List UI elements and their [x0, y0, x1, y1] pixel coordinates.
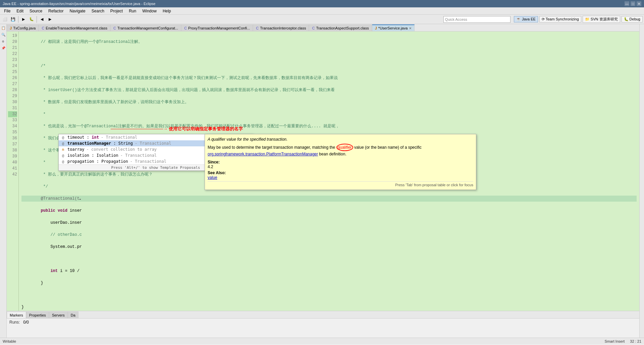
debug-button[interactable]: 🐛 — [28, 16, 35, 23]
ac-icon-annotation-1: @ — [61, 135, 65, 140]
window-controls: — □ ✕ — [625, 1, 641, 6]
perspective-svn[interactable]: 📁 SVN 资源库研究 — [583, 16, 620, 23]
right-scrollbar[interactable] — [639, 24, 644, 338]
javadoc-platform-link[interactable]: org.springframework.transaction.Platform… — [208, 152, 318, 156]
ac-type-isolation: - Transactional — [120, 153, 157, 158]
code-line-37 — [21, 256, 637, 262]
close-button[interactable]: ✕ — [637, 1, 641, 6]
javadoc-description: May be used to determine the target tran… — [208, 144, 473, 157]
javadoc-title: A qualifier value for the specified tran… — [208, 137, 473, 142]
code-line-33: public void inser — [21, 208, 637, 214]
title-bar: Java EE - spring-annotation-liayun/src/m… — [0, 0, 644, 7]
javadoc-qualifier-highlight: qualifier — [336, 144, 353, 151]
bottom-tab-da[interactable]: Da — [68, 312, 78, 318]
tab-label-txmgmtconfig: TransactionManagementConfigurat... — [117, 26, 178, 30]
perspective-javaee[interactable]: ☕ Java EE — [514, 16, 538, 22]
forward-button[interactable]: ▶ — [46, 16, 54, 23]
tab-txaspectsupport[interactable]: C TransactionAspectSupport.class — [309, 24, 372, 31]
run-button[interactable]: ▶ — [20, 16, 27, 23]
menu-window[interactable]: Window — [140, 8, 159, 14]
menu-project[interactable]: Project — [108, 8, 125, 14]
editor-area: J TxConfig.java C EnableTransactionManag… — [7, 24, 639, 338]
code-line-24: * 数据库，但是我们发现数据库里面插入了新的记录，说明我们这个事务没加上。 — [21, 99, 637, 105]
ac-type-toarray: - convert collection to array — [87, 147, 157, 152]
tab-enabletransaction[interactable]: C EnableTransactionManagement.class — [39, 24, 110, 31]
tab-bar: J TxConfig.java C EnableTransactionManag… — [7, 24, 639, 31]
ac-icon-annotation-2: @ — [61, 141, 65, 146]
menu-navigate[interactable]: Navigate — [67, 8, 88, 14]
ac-icon-method: m — [61, 147, 65, 152]
menu-refactor[interactable]: Refactor — [46, 8, 66, 14]
code-line-34: userDao.inser — [21, 220, 637, 226]
runs-value: 0/0 — [23, 320, 29, 325]
javadoc-see-also: See Also: value — [208, 170, 473, 180]
menu-run[interactable]: Run — [126, 8, 139, 14]
javadoc-see-also-label: See Also: — [208, 170, 226, 175]
ac-name-txmanager: transactionManager : String — [67, 141, 133, 146]
quick-access-box[interactable]: Quick Access — [443, 16, 511, 23]
code-line-25: * — [21, 111, 637, 117]
code-line-32: @Transactional(t — [21, 196, 637, 202]
tab-icon-java: J — [10, 26, 12, 30]
menu-edit[interactable]: Edit — [14, 8, 26, 14]
tab-txmgmtconfig[interactable]: C TransactionManagementConfigurat... — [110, 24, 181, 31]
menu-search[interactable]: Search — [89, 8, 107, 14]
status-bar: Writable Smart Insert 32 : 21 — [0, 338, 644, 344]
sidebar-icon-3[interactable]: ⚙ — [1, 39, 6, 44]
bottom-content: Runs: 0/0 — [7, 319, 639, 338]
tab-label-txinterceptor: TransactionInterceptor.class — [260, 26, 306, 30]
quick-access-label: Quick Access — [445, 17, 467, 21]
runs-label: Runs: — [9, 320, 22, 325]
arrow-annotation: ─────────────────→ 使用它可以明确指定事务管理器的名字 — [111, 126, 243, 132]
save-button[interactable]: 💾 — [9, 16, 17, 23]
status-right: Smart Insert 32 : 21 — [604, 339, 641, 343]
menu-file[interactable]: File — [1, 8, 13, 14]
bottom-tab-markers[interactable]: Markers — [7, 312, 26, 318]
main-layout: 📋 🔍 ⚙ 📌 J TxConfig.java C EnableTransact… — [0, 24, 644, 338]
minimize-button[interactable]: — — [625, 1, 629, 6]
tab-txinterceptor[interactable]: C TransactionInterceptor.class — [253, 24, 309, 31]
sidebar-icon-4[interactable]: 📌 — [1, 46, 6, 51]
status-position: 32 : 21 — [630, 339, 641, 343]
menu-bar: File Edit Source Refactor Navigate Searc… — [0, 7, 644, 15]
perspective-debug[interactable]: 🐛 Debug — [622, 16, 643, 22]
tab-proxytxmgmt[interactable]: C ProxyTransactionManagementConfi... — [181, 24, 253, 31]
tab-label-txconfig: TxConfig.java — [13, 26, 36, 30]
sidebar-icon-2[interactable]: 🔍 — [1, 32, 6, 38]
ac-icon-annotation-4: @ — [61, 159, 65, 164]
code-editor[interactable]: 19 20 21 22 23 24 25 26 27 28 29 30 31 3… — [7, 31, 639, 311]
toolbar: ⬜ 💾 ▶ 🐛 ◀ ▶ Quick Access ☕ Java EE ⟳ Tea… — [0, 15, 644, 24]
maximize-button[interactable]: □ — [631, 1, 635, 6]
menu-help[interactable]: Help — [160, 8, 174, 14]
bottom-tabs: Markers Properties Servers Da — [7, 311, 639, 319]
tab-icon-java-active: J — [375, 26, 377, 30]
code-line-21: /* — [21, 63, 637, 69]
code-line-36: System.out.pr — [21, 244, 637, 250]
bottom-tab-servers[interactable]: Servers — [49, 312, 68, 318]
tab-label-txaspectsupport: TransactionAspectSupport.class — [316, 26, 369, 30]
arrow-text: 使用它可以明确指定事务管理器的名字 — [169, 126, 243, 131]
code-line-35: // otherDao.c — [21, 232, 637, 238]
tab-label-userservice: *UserService.java — [378, 26, 408, 30]
tab-close-icon[interactable]: ✕ — [409, 26, 412, 30]
javadoc-see-also-link[interactable]: value — [208, 175, 217, 180]
code-line-22: * 那么呢，我们把它标上以后，我来看一看是不是就能直接变成咱们这个事务方法呢？我… — [21, 75, 637, 81]
javadoc-qualifier-title: qualifier — [211, 137, 225, 142]
javadoc-since-label: Since: — [208, 160, 220, 164]
ac-name-timeout: timeout : int — [67, 135, 99, 140]
tab-userservice[interactable]: J *UserService.java ✕ — [372, 24, 415, 31]
javadoc-since-value: 4.2 — [208, 164, 213, 169]
perspective-team-sync[interactable]: ⟳ Team Synchronizing — [539, 16, 581, 22]
bottom-tab-properties[interactable]: Properties — [26, 312, 49, 318]
bottom-panel: Markers Properties Servers Da Runs: 0/0 — [7, 311, 639, 338]
new-button[interactable]: ⬜ — [1, 16, 9, 23]
code-line-19: // 都回滚，这是我们用的一个@Transactional注解。 — [21, 39, 637, 45]
ac-icon-annotation-3: @ — [61, 153, 65, 158]
menu-source[interactable]: Source — [27, 8, 45, 14]
tab-txconfig[interactable]: J TxConfig.java — [7, 24, 39, 31]
javadoc-since: Since: 4.2 — [208, 160, 473, 169]
sidebar-icon-1[interactable]: 📋 — [1, 25, 6, 31]
code-line-23: * insertUser()这个方法变成了事务方法，那就是它插入后面会出现问题，… — [21, 87, 637, 93]
javadoc-popup: A qualifier value for the specified tran… — [205, 134, 476, 190]
back-button[interactable]: ◀ — [38, 16, 46, 23]
